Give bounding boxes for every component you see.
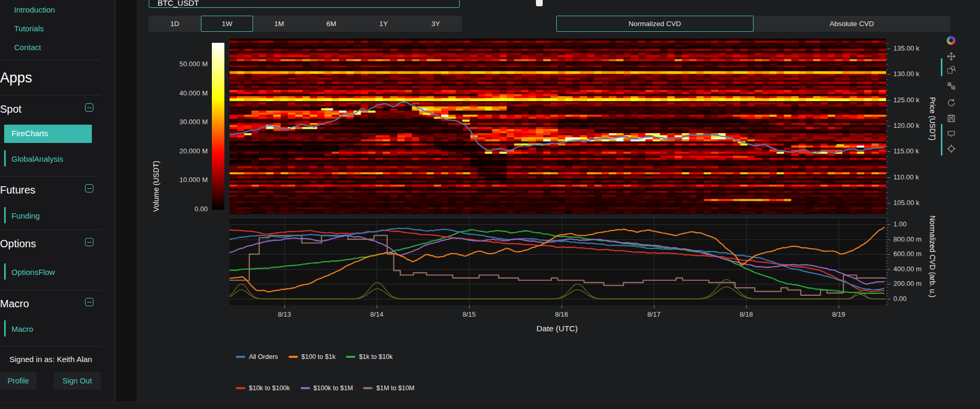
legend-swatch: [301, 387, 310, 389]
section-title-futures: Futures: [0, 184, 35, 196]
apps-heading: Apps: [0, 70, 32, 86]
reset-axes-icon[interactable]: [946, 97, 957, 109]
collapse-icon[interactable]: [85, 184, 93, 193]
sidebar-item-firecharts[interactable]: FireCharts: [4, 125, 92, 143]
divider: [0, 230, 101, 230]
bottom-band: [0, 402, 980, 409]
legend-swatch: [236, 387, 245, 389]
plotly-logo-icon[interactable]: [947, 36, 955, 45]
divider: [0, 290, 101, 291]
legend-item[interactable]: $1M to $10M: [363, 384, 414, 392]
sidebar-item-macro[interactable]: Macro: [11, 324, 33, 333]
divider: [0, 59, 101, 60]
legend-label: $1M to $10M: [376, 384, 414, 392]
timeframe-1w[interactable]: 1W: [201, 16, 253, 32]
signout-button[interactable]: Sign Out: [54, 372, 101, 390]
sidebar-item-globalanalysis[interactable]: GlobalAnalysis: [11, 154, 63, 163]
timeframe-1d[interactable]: 1D: [149, 16, 201, 32]
profile-button[interactable]: Profile: [0, 372, 37, 390]
legend-label: $10k to $100k: [249, 384, 290, 392]
legend-swatch: [363, 387, 373, 389]
timeframe-1m[interactable]: 1M: [253, 16, 305, 32]
legend-label: $100 to $1k: [302, 353, 336, 360]
toggle-spikelines-icon[interactable]: [946, 143, 957, 154]
zoom-in-out-icon[interactable]: [946, 80, 957, 92]
legend-label: $100k to $1M: [314, 384, 353, 392]
hover-closest-icon[interactable]: [946, 128, 957, 140]
section-title-spot: Spot: [0, 103, 21, 115]
collapse-icon[interactable]: [85, 298, 93, 306]
legend-swatch: [346, 356, 355, 358]
legend-label: $1k to $10k: [359, 353, 393, 360]
item-accent: [4, 320, 6, 336]
collapse-icon[interactable]: [85, 103, 93, 112]
timeframe-1y[interactable]: 1Y: [357, 16, 410, 32]
scrollbar-thumb[interactable]: [536, 0, 543, 6]
item-accent: [4, 207, 6, 223]
timeframe-6m[interactable]: 6M: [305, 16, 357, 32]
main-panel: 1D 1W 1M 6M 1Y 3Y Normalized CVD Absolut…: [137, 0, 980, 402]
legend-item[interactable]: $10k to $100k: [236, 384, 290, 392]
sidebar-item-funding[interactable]: Funding: [11, 211, 40, 220]
save-snapshot-icon[interactable]: [946, 113, 957, 124]
divider: [0, 176, 101, 176]
item-accent: [4, 263, 6, 280]
collapse-icon[interactable]: [85, 238, 93, 246]
sidebar-link-introduction[interactable]: Introduction: [14, 5, 55, 14]
normalized-cvd-button[interactable]: Normalized CVD: [556, 16, 754, 32]
modebar-active-indicator: [941, 124, 942, 155]
symbol-input[interactable]: [149, 0, 460, 8]
timeframe-3y[interactable]: 3Y: [410, 16, 462, 32]
divider: [0, 346, 101, 346]
legend-item[interactable]: $100k to $1M: [301, 384, 353, 392]
item-accent: [4, 150, 6, 166]
legend-row: All Orders$100 to $1k$1k to $10k: [236, 353, 393, 360]
sidebar-link-tutorials[interactable]: Tutorials: [14, 24, 44, 33]
section-title-macro: Macro: [0, 298, 29, 310]
sidebar-item-optionsflow[interactable]: OptionsFlow: [11, 268, 55, 276]
divider: [0, 95, 101, 95]
pan-icon[interactable]: [946, 51, 957, 62]
legend-swatch: [289, 356, 298, 358]
sidebar: Introduction Tutorials Contact Apps Spot…: [0, 0, 115, 402]
legend-item[interactable]: $100 to $1k: [289, 353, 336, 360]
sidebar-link-contact[interactable]: Contact: [14, 43, 41, 52]
signed-in-text: Signed in as: Keith Alan: [9, 355, 92, 364]
legend-row: $10k to $100k$100k to $1M$1M to $10M: [236, 384, 414, 392]
sidebar-edge-divider: [115, 0, 115, 402]
cvd-mode-bar: Normalized CVD Absolute CVD: [556, 16, 950, 32]
sidebar-item-label: FireCharts: [11, 129, 48, 138]
active-item-accent: [4, 125, 6, 143]
modebar-active-indicator: [941, 58, 942, 76]
box-zoom-icon[interactable]: [946, 64, 957, 76]
absolute-cvd-button[interactable]: Absolute CVD: [754, 16, 951, 32]
legend-item[interactable]: $1k to $10k: [346, 353, 393, 360]
timeframe-bar: 1D 1W 1M 6M 1Y 3Y: [149, 16, 462, 32]
legend-swatch: [236, 356, 245, 358]
legend-label: All Orders: [249, 353, 278, 360]
section-title-options: Options: [0, 238, 36, 250]
legend-item[interactable]: All Orders: [236, 353, 278, 360]
